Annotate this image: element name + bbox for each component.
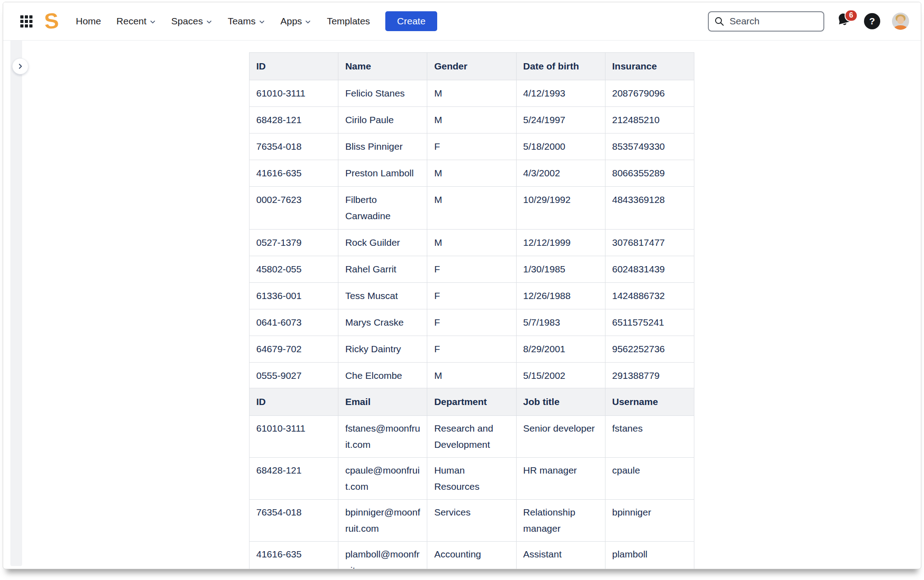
- table-cell: 68428-121: [249, 107, 338, 133]
- table-cell: Accounting: [427, 542, 516, 570]
- search-input[interactable]: [708, 11, 824, 32]
- table-row: 76354-018Bliss PinnigerF5/18/20008535749…: [249, 133, 694, 160]
- nav-item-teams[interactable]: Teams: [228, 16, 265, 27]
- notification-count-badge: 6: [845, 9, 858, 22]
- table-cell: Research and Development: [427, 416, 516, 458]
- nav-item-spaces[interactable]: Spaces: [171, 16, 213, 27]
- collapsed-sidebar-rail[interactable]: [10, 41, 22, 566]
- table-cell: 5/15/2002: [516, 363, 605, 389]
- column-header: ID: [249, 53, 338, 80]
- table-row: 61336-001Tess MuscatF12/26/1988142488673…: [249, 283, 694, 309]
- navbar-right-group: 6 ?: [708, 11, 909, 32]
- nav-item-templates[interactable]: Templates: [327, 16, 370, 27]
- user-avatar[interactable]: [892, 13, 909, 30]
- table-cell: 8/29/2001: [516, 336, 605, 363]
- table-cell: F: [427, 283, 516, 309]
- table-cell: plamboll@moonfruit.com: [338, 542, 427, 570]
- table-cell: fstanes: [605, 416, 694, 458]
- column-header: Username: [605, 388, 694, 416]
- create-button[interactable]: Create: [385, 11, 437, 31]
- table-row: 0555-9027Che ElcombeM5/15/2002291388779: [249, 363, 694, 389]
- table-cell: 2087679096: [605, 80, 694, 107]
- column-header: Date of birth: [516, 53, 605, 80]
- table-cell: 5/24/1997: [516, 107, 605, 133]
- table-cell: 68428-121: [249, 458, 338, 500]
- table-row: 0641-6073Marys CraskeF5/7/19836511575241: [249, 309, 694, 336]
- table-row: 45802-055Rahel GarritF1/30/1985602483143…: [249, 256, 694, 283]
- table-cell: 4843369128: [605, 187, 694, 230]
- nav-item-recent[interactable]: Recent: [116, 16, 156, 27]
- nav-item-label: Apps: [281, 16, 302, 27]
- table-cell: 61336-001: [249, 283, 338, 309]
- table-cell: F: [427, 256, 516, 283]
- table-row: 76354-018bpinniger@moonfruit.comServices…: [249, 500, 694, 542]
- chevron-down-icon: [305, 18, 311, 25]
- table-cell: 41616-635: [249, 160, 338, 187]
- column-header: ID: [249, 388, 338, 416]
- app-switcher-icon[interactable]: [20, 15, 32, 28]
- table-row: 41616-635plamboll@moonfruit.comAccountin…: [249, 542, 694, 570]
- search-icon: [714, 16, 725, 27]
- table-cell: M: [427, 160, 516, 187]
- notifications-button[interactable]: 6: [836, 12, 852, 30]
- avatar-body: [894, 25, 907, 30]
- table-cell: Relationship manager: [516, 500, 605, 542]
- table-cell: Bliss Pinniger: [338, 133, 427, 160]
- table-cell: 0555-9027: [249, 363, 338, 389]
- table-cell: plamboll: [605, 542, 694, 570]
- table-cell: bpinniger@moonfruit.com: [338, 500, 427, 542]
- sidebar-expand-button[interactable]: [12, 58, 28, 74]
- table-cell: 64679-702: [249, 336, 338, 363]
- chevron-right-icon: [17, 63, 24, 70]
- table-cell: 76354-018: [249, 133, 338, 160]
- table-cell: M: [427, 187, 516, 230]
- avatar-face: [897, 16, 904, 24]
- table-cell: F: [427, 336, 516, 363]
- table-row: 0527-1379Rock GuilderM12/12/199930768174…: [249, 230, 694, 256]
- table-cell: 1/30/1985: [516, 256, 605, 283]
- brand-logo[interactable]: S: [43, 10, 59, 32]
- table-cell: 0002-7623: [249, 187, 338, 230]
- nav-item-label: Spaces: [171, 16, 203, 27]
- table-cell: 76354-018: [249, 500, 338, 542]
- table-cell: Rock Guilder: [338, 230, 427, 256]
- table-cell: 10/29/1992: [516, 187, 605, 230]
- table-cell: Filberto Carwadine: [338, 187, 427, 230]
- table-cell: 8535749330: [605, 133, 694, 160]
- table-cell: Ricky Daintry: [338, 336, 427, 363]
- table-cell: F: [427, 133, 516, 160]
- table-cell: Cirilo Paule: [338, 107, 427, 133]
- table-row: 61010-3111fstanes@moonfruit.comResearch …: [249, 416, 694, 458]
- column-header: Name: [338, 53, 427, 80]
- nav-item-label: Teams: [228, 16, 256, 27]
- table-cell: Rahel Garrit: [338, 256, 427, 283]
- nav-item-apps[interactable]: Apps: [281, 16, 312, 27]
- nav-item-label: Home: [76, 16, 101, 27]
- table-cell: 12/26/1988: [516, 283, 605, 309]
- column-header: Job title: [516, 388, 605, 416]
- table-cell: fstanes@moonfruit.com: [338, 416, 427, 458]
- table-cell: 61010-3111: [249, 80, 338, 107]
- table-cell: 9562252736: [605, 336, 694, 363]
- help-button[interactable]: ?: [864, 13, 880, 29]
- table-row: 64679-702Ricky DaintryF8/29/200195622527…: [249, 336, 694, 363]
- table-cell: 212485210: [605, 107, 694, 133]
- column-header: Insurance: [605, 53, 694, 80]
- table-cell: M: [427, 80, 516, 107]
- table-cell: 0527-1379: [249, 230, 338, 256]
- nav-item-home[interactable]: Home: [76, 16, 101, 27]
- nav-item-label: Recent: [116, 16, 147, 27]
- table-cell: M: [427, 363, 516, 389]
- table-cell: bpinniger: [605, 500, 694, 542]
- table-cell: Felicio Stanes: [338, 80, 427, 107]
- table-cell: 41616-635: [249, 542, 338, 570]
- table-cell: Senior developer: [516, 416, 605, 458]
- table-cell: Services: [427, 500, 516, 542]
- table-row: 68428-121cpaule@moonfruit.comHuman Resou…: [249, 458, 694, 500]
- table-cell: HR manager: [516, 458, 605, 500]
- column-header: Gender: [427, 53, 516, 80]
- patients-table: IDNameGenderDate of birthInsurance61010-…: [249, 52, 694, 389]
- table-cell: Marys Craske: [338, 309, 427, 336]
- table-cell: 6024831439: [605, 256, 694, 283]
- table-cell: 5/18/2000: [516, 133, 605, 160]
